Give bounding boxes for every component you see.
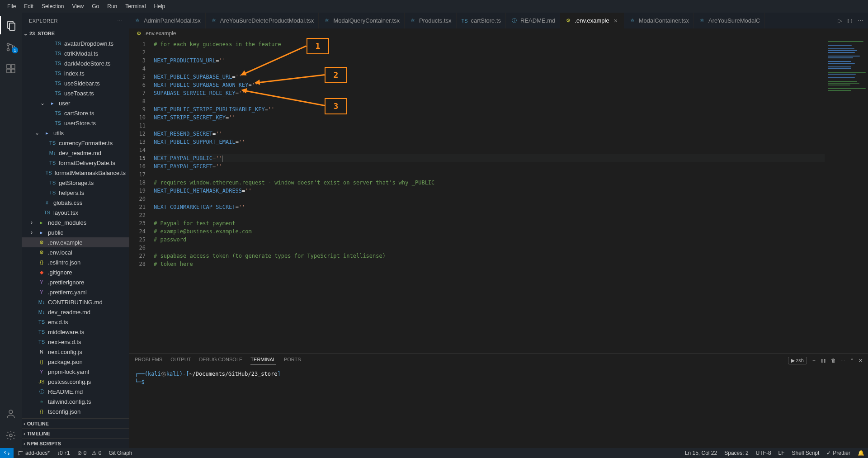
indent[interactable]: Spaces: 2: [721, 450, 752, 456]
source-control-icon[interactable]: 1: [0, 38, 22, 56]
code-line-2[interactable]: [154, 48, 825, 57]
code-line-16[interactable]: NEXT_PAYPAL_SECRET='': [154, 162, 825, 170]
panel-tab-output[interactable]: OUTPUT: [170, 357, 191, 364]
file-env-d-ts[interactable]: TSenv.d.ts: [22, 317, 129, 327]
code-line-5[interactable]: NEXT_PUBLIC_SUPABASE_URL='': [154, 73, 825, 81]
code-line-9[interactable]: NEXT_PUBLIC_STRIPE_PUBLISHABLE_KEY='': [154, 105, 825, 113]
kill-terminal-icon[interactable]: 🗑: [831, 358, 836, 363]
code-line-24[interactable]: # example@business.example.com: [154, 227, 825, 236]
code-line-8[interactable]: [154, 97, 825, 105]
code-line-10[interactable]: NEXT_STRIPE_SECRET_KEY='': [154, 113, 825, 122]
file-usesidebar-ts[interactable]: TSuseSidebar.ts: [22, 78, 129, 88]
new-terminal-icon[interactable]: ＋: [811, 357, 816, 364]
accounts-icon[interactable]: [0, 405, 22, 423]
remote-indicator[interactable]: [0, 448, 14, 458]
file-public[interactable]: ›▸public: [22, 227, 129, 237]
file--prettierrc-yaml[interactable]: Y.prettierrc.yaml: [22, 287, 129, 297]
file--env-example[interactable]: ⚙.env.example: [22, 237, 129, 247]
prettier[interactable]: ✓ Prettier: [823, 450, 854, 456]
code-line-26[interactable]: [154, 244, 825, 252]
panel-tab-problems[interactable]: PROBLEMS: [135, 357, 162, 364]
menu-terminal[interactable]: Terminal: [122, 1, 149, 11]
panel-tab-ports[interactable]: PORTS: [284, 357, 301, 364]
code-line-28[interactable]: # token_here: [154, 260, 825, 268]
file--prettierignore[interactable]: Y.prettierignore: [22, 277, 129, 287]
file-formatmetamaskbalance-ts[interactable]: TSformatMetamaskBalance.ts: [22, 168, 129, 178]
panel-tab-debug-console[interactable]: DEBUG CONSOLE: [199, 357, 242, 364]
file-userstore-ts[interactable]: TSuserStore.ts: [22, 118, 129, 128]
git-graph[interactable]: Git Graph: [105, 448, 136, 458]
file-utils[interactable]: ⌄▸utils: [22, 128, 129, 138]
tab-modalcontainer-tsx[interactable]: ⚛ModalContainer.tsx: [624, 13, 694, 28]
close-panel-icon[interactable]: ✕: [859, 358, 863, 364]
notifications-icon[interactable]: 🔔: [854, 450, 868, 456]
problems-count[interactable]: ⊘0 ⚠0: [74, 448, 105, 458]
file-tsconfig-json[interactable]: {}tsconfig.json: [22, 406, 129, 416]
file-postcss-config-js[interactable]: JSpostcss.config.js: [22, 377, 129, 387]
split-terminal-icon[interactable]: ⫿⫿: [821, 358, 826, 363]
file-cartstore-ts[interactable]: TScartStore.ts: [22, 108, 129, 118]
split-icon[interactable]: ⫿⫿: [847, 17, 853, 24]
eol[interactable]: LF: [775, 450, 788, 456]
menu-selection[interactable]: Selection: [38, 1, 67, 11]
code-line-25[interactable]: # password: [154, 236, 825, 244]
file-usetoast-ts[interactable]: TSuseToast.ts: [22, 88, 129, 98]
file-avatardropdown-ts[interactable]: TSavatarDropdown.ts: [22, 38, 129, 48]
menu-file[interactable]: File: [4, 1, 19, 11]
code-line-22[interactable]: [154, 211, 825, 219]
git-branch[interactable]: add-docs*: [14, 448, 53, 458]
code-line-4[interactable]: [154, 65, 825, 73]
git-sync[interactable]: ↓0 ↑1: [53, 448, 74, 458]
encoding[interactable]: UTF-8: [752, 450, 775, 456]
file-tailwind-config-ts[interactable]: ≈tailwind.config.ts: [22, 397, 129, 406]
section-outline[interactable]: ›OUTLINE: [22, 418, 129, 428]
file-helpers-ts[interactable]: TShelpers.ts: [22, 188, 129, 198]
file-currencyformatter-ts[interactable]: TScurrencyFormatter.ts: [22, 138, 129, 148]
tab-areyousuremodalc[interactable]: ⚛AreYouSureModalC: [694, 13, 765, 28]
code-line-3[interactable]: NEXT_PRODUCTION_URL='': [154, 57, 825, 65]
shell-label[interactable]: ▶ zsh: [788, 357, 807, 364]
folder-root[interactable]: ⌄23_STORE: [22, 28, 129, 38]
code-line-7[interactable]: SUPABASE_SERVICE_ROLE_KEY='': [154, 89, 825, 97]
code-line-6[interactable]: NEXT_PUBLIC_SUPABASE_ANON_KEY='': [154, 81, 825, 89]
terminal-content[interactable]: ┌──(kali㉿kali)-[~/Documents/GitHub/23_st…: [129, 367, 868, 448]
section-timeline[interactable]: ›TIMELINE: [22, 428, 129, 438]
tab--env-example[interactable]: ⚙.env.example×: [560, 13, 624, 28]
file-pnpm-lock-yaml[interactable]: Ypnpm-lock.yaml: [22, 367, 129, 377]
panel-tab-terminal[interactable]: TERMINAL: [250, 357, 276, 364]
file-dev-readme-md[interactable]: M↓dev_readme.md: [22, 307, 129, 317]
settings-gear-icon[interactable]: [0, 426, 22, 444]
file--gitignore[interactable]: ◆.gitignore: [22, 267, 129, 277]
tab-areyousuredeleteproductmodal-tsx[interactable]: ⚛AreYouSureDeleteProductModal.tsx: [206, 13, 319, 28]
code-line-21[interactable]: NEXT_COINMARKETCAP_SECRET='': [154, 203, 825, 211]
extensions-icon[interactable]: [0, 60, 22, 78]
run-icon[interactable]: ▷: [838, 17, 842, 24]
section-npm-scripts[interactable]: ›NPM SCRIPTS: [22, 438, 129, 448]
code-line-23[interactable]: # Paypal for test payment: [154, 219, 825, 227]
file-package-json[interactable]: {}package.json: [22, 357, 129, 367]
code-line-14[interactable]: [154, 146, 825, 154]
file-readme-md[interactable]: ⓘREADME.md: [22, 387, 129, 397]
file--eslintrc-json[interactable]: {}.eslintrc.json: [22, 257, 129, 267]
close-icon[interactable]: ×: [612, 17, 619, 24]
file-index-ts[interactable]: TSindex.ts: [22, 68, 129, 78]
code-line-17[interactable]: [154, 170, 825, 179]
code-line-20[interactable]: [154, 195, 825, 203]
file-user[interactable]: ⌄▸user: [22, 98, 129, 108]
menu-help[interactable]: Help: [151, 1, 169, 11]
menu-edit[interactable]: Edit: [20, 1, 37, 11]
more-icon[interactable]: ⋯: [858, 17, 863, 24]
code-line-18[interactable]: # requires window.ethereum.request - win…: [154, 179, 825, 187]
file-contributing-md[interactable]: M↓CONTRIBUTING.md: [22, 297, 129, 307]
menu-go[interactable]: Go: [88, 1, 103, 11]
file-next-env-d-ts[interactable]: TSnext-env.d.ts: [22, 337, 129, 347]
code-content[interactable]: # for each key guideness in the feature …: [154, 38, 825, 353]
code-line-15[interactable]: NEXT_PAYPAL_PUBLIC='': [154, 154, 825, 162]
file-layout-tsx[interactable]: TSlayout.tsx: [22, 208, 129, 217]
file-middleware-ts[interactable]: TSmiddleware.ts: [22, 327, 129, 337]
file-globals-css[interactable]: #globals.css: [22, 198, 129, 208]
code-line-11[interactable]: [154, 122, 825, 130]
tab-products-tsx[interactable]: ⚛Products.tsx: [405, 13, 457, 28]
file--env-local[interactable]: ⚙.env.local: [22, 247, 129, 257]
file-formatdeliverydate-ts[interactable]: TSformatDeliveryDate.ts: [22, 158, 129, 168]
